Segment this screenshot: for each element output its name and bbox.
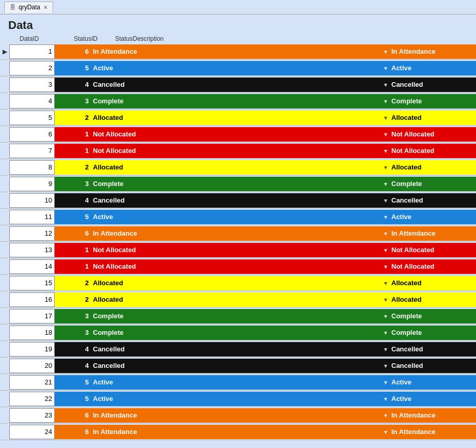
dropdown-arrow-icon[interactable]: ▾ (384, 313, 387, 319)
cell-label: Allocated (388, 276, 476, 290)
cell-dataid[interactable]: 22 (9, 392, 55, 406)
table-row: 141Not Allocated▾Not Allocated (0, 258, 476, 275)
dropdown-arrow-icon[interactable]: ▾ (384, 280, 387, 286)
status-desc-text: Complete (93, 180, 123, 188)
cell-dataid[interactable]: 9 (9, 177, 55, 191)
cell-dataid[interactable]: 21 (9, 375, 55, 390)
dropdown-arrow-icon[interactable]: ▾ (384, 428, 387, 435)
dropdown-arrow-icon[interactable]: ▾ (384, 164, 387, 171)
cell-dataid[interactable]: 6 (9, 127, 55, 142)
status-desc-text: Cancelled (93, 345, 124, 353)
cell-statusdesc[interactable]: Active▾ (91, 61, 388, 75)
cell-dataid[interactable]: 16 (9, 292, 55, 307)
dropdown-arrow-icon[interactable]: ▾ (384, 180, 387, 187)
status-desc-text: In Attendance (93, 229, 137, 237)
cell-statusdesc[interactable]: Allocated▾ (91, 276, 388, 290)
cell-statusdesc[interactable]: In Attendance▾ (91, 408, 388, 423)
cell-dataid[interactable]: 7 (9, 144, 55, 158)
dropdown-arrow-icon[interactable]: ▾ (384, 147, 387, 154)
table-row: 104Cancelled▾Cancelled (0, 192, 476, 209)
dropdown-arrow-icon[interactable]: ▾ (384, 246, 387, 253)
title-bar: 🗄 qryData ✕ (0, 0, 476, 14)
cell-dataid[interactable]: 5 (9, 111, 55, 125)
cell-statusdesc[interactable]: Complete▾ (91, 94, 388, 109)
dropdown-arrow-icon[interactable]: ▾ (384, 346, 387, 352)
dropdown-arrow-icon[interactable]: ▾ (384, 263, 387, 270)
cell-statusdesc[interactable]: Cancelled▾ (91, 342, 388, 357)
cell-statusdesc[interactable]: Not Allocated▾ (91, 243, 388, 257)
tab-label: qryData (19, 4, 40, 11)
dropdown-arrow-icon[interactable]: ▾ (384, 395, 387, 402)
cell-statusdesc[interactable]: In Attendance▾ (91, 44, 388, 59)
query-tab[interactable]: 🗄 qryData ✕ (4, 2, 53, 13)
dropdown-arrow-icon[interactable]: ▾ (384, 98, 387, 104)
cell-dataid[interactable]: 2 (9, 61, 55, 75)
cell-dataid[interactable]: 11 (9, 210, 55, 224)
cell-dataid[interactable]: 8 (9, 160, 55, 175)
cell-label: In Attendance (388, 44, 476, 59)
cell-dataid[interactable]: 24 (9, 425, 55, 439)
cell-statusid: 2 (55, 160, 91, 175)
cell-statusdesc[interactable]: Not Allocated▾ (91, 127, 388, 142)
cell-statusdesc[interactable]: Not Allocated▾ (91, 259, 388, 274)
cell-dataid[interactable]: 23 (9, 408, 55, 423)
cell-statusdesc[interactable]: Active▾ (91, 375, 388, 390)
cell-statusdesc[interactable]: Allocated▾ (91, 111, 388, 125)
cell-label: Not Allocated (388, 243, 476, 257)
cell-dataid[interactable]: 3 (9, 78, 55, 92)
cell-dataid[interactable]: 17 (9, 309, 55, 323)
dropdown-arrow-icon[interactable]: ▾ (384, 230, 387, 237)
cell-dataid[interactable]: 13 (9, 243, 55, 257)
cell-dataid[interactable]: 19 (9, 342, 55, 357)
cell-label: Allocated (388, 160, 476, 175)
status-desc-text: Not Allocated (93, 262, 136, 270)
cell-statusid: 4 (55, 78, 91, 92)
cell-statusid: 6 (55, 425, 91, 439)
cell-dataid[interactable]: 12 (9, 226, 55, 241)
dropdown-arrow-icon[interactable]: ▾ (384, 213, 387, 220)
cell-statusdesc[interactable]: In Attendance▾ (91, 425, 388, 439)
dropdown-arrow-icon[interactable]: ▾ (384, 412, 387, 419)
dropdown-arrow-icon[interactable]: ▾ (384, 329, 387, 336)
cell-statusdesc[interactable]: Allocated▾ (91, 292, 388, 307)
cell-statusdesc[interactable]: Allocated▾ (91, 160, 388, 175)
status-desc-text: Not Allocated (93, 147, 136, 155)
cell-statusdesc[interactable]: Complete▾ (91, 326, 388, 340)
cell-dataid[interactable]: 1 (9, 44, 55, 59)
dropdown-arrow-icon[interactable]: ▾ (384, 48, 387, 55)
dropdown-arrow-icon[interactable]: ▾ (384, 114, 387, 121)
cell-statusdesc[interactable]: Active▾ (91, 392, 388, 406)
status-desc-text: Active (93, 213, 113, 221)
cell-dataid[interactable]: 4 (9, 94, 55, 109)
cell-statusdesc[interactable]: Active▾ (91, 210, 388, 224)
cell-statusdesc[interactable]: Cancelled▾ (91, 78, 388, 92)
dropdown-arrow-icon[interactable]: ▾ (384, 197, 387, 204)
table-row: 25Active▾Active (0, 60, 476, 76)
dropdown-arrow-icon[interactable]: ▾ (384, 362, 387, 369)
dropdown-arrow-icon[interactable]: ▾ (384, 65, 387, 71)
dropdown-arrow-icon[interactable]: ▾ (384, 81, 387, 88)
cell-statusdesc[interactable]: Cancelled▾ (91, 193, 388, 208)
table-area[interactable]: ▶16In Attendance▾In Attendance25Active▾A… (0, 43, 476, 448)
cell-statusid: 4 (55, 359, 91, 373)
cell-dataid[interactable]: 10 (9, 193, 55, 208)
cell-statusdesc[interactable]: Not Allocated▾ (91, 144, 388, 158)
tab-close-button[interactable]: ✕ (43, 5, 47, 10)
status-desc-text: Allocated (93, 163, 123, 171)
dropdown-arrow-icon[interactable]: ▾ (384, 131, 387, 137)
dropdown-arrow-icon[interactable]: ▾ (384, 296, 387, 303)
cell-statusdesc[interactable]: Cancelled▾ (91, 359, 388, 373)
cell-statusdesc[interactable]: Complete▾ (91, 309, 388, 323)
cell-statusid: 6 (55, 408, 91, 423)
cell-dataid[interactable]: 15 (9, 276, 55, 290)
cell-statusdesc[interactable]: Complete▾ (91, 177, 388, 191)
cell-statusdesc[interactable]: In Attendance▾ (91, 226, 388, 241)
cell-statusid: 3 (55, 326, 91, 340)
dropdown-arrow-icon[interactable]: ▾ (384, 379, 387, 385)
cell-dataid[interactable]: 14 (9, 259, 55, 274)
cell-dataid[interactable]: 20 (9, 359, 55, 373)
table-row: 71Not Allocated▾Not Allocated (0, 143, 476, 159)
cell-dataid[interactable]: 18 (9, 326, 55, 340)
table-row: 236In Attendance▾In Attendance (0, 407, 476, 424)
table-row: 215Active▾Active (0, 374, 476, 391)
